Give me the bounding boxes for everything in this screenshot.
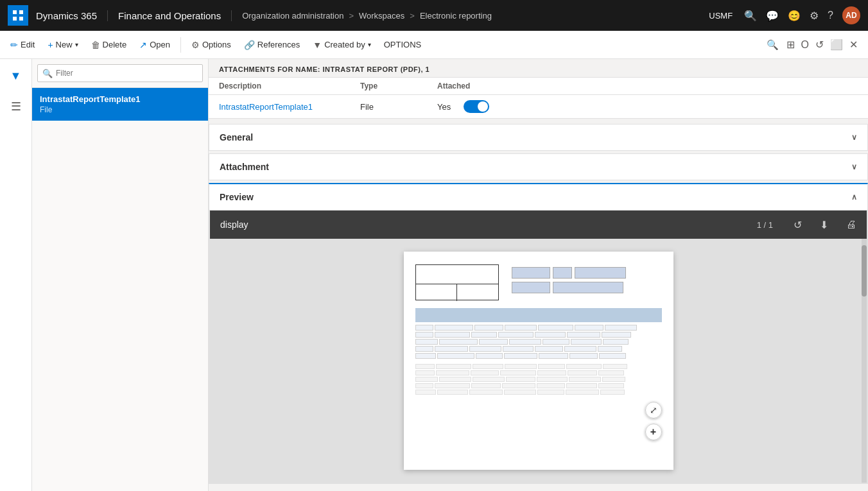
pdf-header-section	[415, 264, 662, 300]
breadcrumb-item-2[interactable]: Workspaces	[359, 11, 404, 21]
toolbar-search-icon[interactable]: 🔍	[761, 37, 784, 53]
list-item-sub: File	[40, 105, 200, 114]
breadcrumb-sep-2: >	[410, 11, 415, 21]
pdf-print-icon[interactable]: 🖨	[846, 219, 856, 230]
smiley-icon[interactable]: 😊	[788, 10, 801, 22]
settings-icon[interactable]: ⚙	[810, 10, 819, 22]
pdf-scrollbar[interactable]	[862, 239, 867, 483]
filter-icon: ▼	[313, 40, 322, 50]
accordion-general: General ∨	[209, 124, 868, 151]
new-button[interactable]: + New ▾	[42, 37, 83, 53]
filter-input[interactable]	[37, 64, 203, 82]
accordion-preview-label: Preview	[220, 192, 254, 202]
pdf-download-icon[interactable]: ⬇	[820, 219, 828, 231]
accordion-attachment-header[interactable]: Attachment ∨	[209, 154, 867, 180]
accordion-general-chevron: ∨	[851, 133, 857, 142]
accordion-attachment-chevron: ∨	[851, 162, 857, 171]
options-icon: ⚙	[191, 40, 200, 50]
pdf-zoom-expand[interactable]: ⤢	[645, 402, 662, 418]
edit-button[interactable]: ✏ Edit	[5, 37, 40, 53]
references-icon: 🔗	[244, 40, 255, 50]
pdf-table-header	[415, 308, 662, 322]
sidebar-filter-icon[interactable]: ▼	[4, 64, 28, 87]
refresh-icon[interactable]: ↺	[815, 39, 824, 51]
main-layout: ▼ ☰ 🔍 IntrastatReportTemplate1 File ATTA…	[0, 59, 868, 491]
col-header-type: Type	[360, 82, 437, 90]
accordion-attachment: Attachment ∨	[209, 153, 868, 180]
toolbar-icons-right: ⊞ O ↺ ⬜ ✕	[786, 39, 863, 51]
list-item-name: IntrastatReportTemplate1	[40, 94, 200, 104]
nav-brand: Dynamics 365	[36, 10, 108, 21]
help-icon[interactable]: ?	[828, 10, 833, 21]
accordion-general-header[interactable]: General ∨	[209, 125, 867, 150]
accordion-general-label: General	[220, 132, 253, 142]
open-button[interactable]: ↗ Open	[134, 37, 175, 53]
created-by-button[interactable]: ▼ Created by ▾	[308, 37, 376, 53]
breadcrumb: Organization administration > Workspaces…	[242, 11, 709, 21]
sidebar-menu-icon[interactable]: ☰	[4, 95, 28, 118]
delete-button[interactable]: 🗑 Delete	[86, 37, 132, 53]
avatar[interactable]: AD	[842, 6, 860, 24]
new-icon: +	[48, 40, 53, 50]
filter-bar: 🔍	[32, 59, 208, 88]
office-icon[interactable]: O	[801, 39, 809, 51]
cell-type: File	[360, 102, 437, 112]
edit-icon: ✏	[10, 40, 18, 50]
svg-rect-1	[19, 10, 23, 14]
col-header-description: Description	[219, 82, 360, 90]
attachments-header: ATTACHMENTS FOR NAME: INTRASTAT REPORT (…	[209, 59, 868, 77]
nav-right: USMF 🔍 💬 😊 ⚙ ? AD	[709, 6, 860, 24]
environment-label: USMF	[709, 11, 733, 21]
sidebar-left: ▼ ☰	[0, 59, 32, 491]
accordion-preview-chevron: ∧	[851, 193, 857, 202]
references-button[interactable]: 🔗 References	[239, 37, 305, 53]
popout-icon[interactable]: ⬜	[830, 39, 843, 51]
pdf-zoom-in[interactable]: +	[645, 424, 662, 440]
attachments-table: Description Type Attached IntrastatRepor…	[209, 77, 868, 119]
content-area: ATTACHMENTS FOR NAME: INTRASTAT REPORT (…	[209, 59, 868, 491]
pdf-page-info: 1 / 1	[757, 220, 773, 230]
new-chevron-icon: ▾	[75, 41, 78, 48]
filter-search-icon: 🔍	[42, 69, 53, 78]
accordion-attachment-label: Attachment	[220, 162, 269, 172]
filter-wrapper: 🔍	[37, 64, 203, 82]
table-header-row: Description Type Attached	[209, 78, 868, 95]
cell-attached: Yes	[437, 100, 566, 113]
message-icon[interactable]: 💬	[766, 10, 779, 22]
options-button[interactable]: ⚙ Options	[186, 37, 236, 53]
toolbar-separator	[180, 37, 181, 53]
open-icon: ↗	[139, 40, 147, 50]
breadcrumb-sep-1: >	[349, 11, 354, 21]
pdf-page: ⤢ +	[404, 252, 673, 470]
close-icon[interactable]: ✕	[849, 39, 858, 51]
search-icon[interactable]: 🔍	[744, 10, 757, 22]
list-panel: 🔍 IntrastatReportTemplate1 File	[32, 59, 209, 491]
breadcrumb-item-3[interactable]: Electronic reporting	[420, 11, 492, 21]
list-item[interactable]: IntrastatReportTemplate1 File	[32, 88, 208, 121]
pdf-header-box	[415, 264, 499, 300]
pdf-header-right	[512, 264, 626, 300]
pdf-data-rows	[415, 325, 662, 395]
svg-rect-3	[19, 17, 23, 21]
toolbar: ✏ Edit + New ▾ 🗑 Delete ↗ Open ⚙ Options…	[0, 31, 868, 59]
layout-icon[interactable]: ⊞	[786, 39, 795, 51]
pdf-display-label: display	[220, 220, 248, 230]
created-by-chevron: ▾	[368, 41, 371, 48]
cell-description[interactable]: IntrastatReportTemplate1	[219, 102, 360, 112]
cell-yes-label: Yes	[437, 102, 451, 112]
svg-rect-2	[13, 17, 17, 21]
svg-rect-0	[13, 10, 17, 14]
pdf-viewer: display 1 / 1 ↺ ⬇ 🖨	[209, 210, 867, 483]
accordion-preview: Preview ∧ display 1 / 1 ↺ ⬇ 🖨	[209, 183, 868, 484]
table-row: IntrastatReportTemplate1 File Yes	[209, 95, 868, 118]
pdf-toolbar: display 1 / 1 ↺ ⬇ 🖨	[210, 211, 867, 239]
pdf-content: ⤢ +	[210, 239, 867, 483]
options2-button[interactable]: OPTIONS	[379, 37, 427, 52]
breadcrumb-item-1[interactable]: Organization administration	[242, 11, 343, 21]
pdf-refresh-icon[interactable]: ↺	[794, 219, 802, 231]
accordion-preview-header[interactable]: Preview ∧	[209, 184, 867, 210]
attached-toggle[interactable]	[464, 100, 489, 113]
grid-icon[interactable]	[8, 5, 28, 26]
nav-app: Finance and Operations	[118, 10, 232, 21]
delete-icon: 🗑	[91, 40, 100, 50]
